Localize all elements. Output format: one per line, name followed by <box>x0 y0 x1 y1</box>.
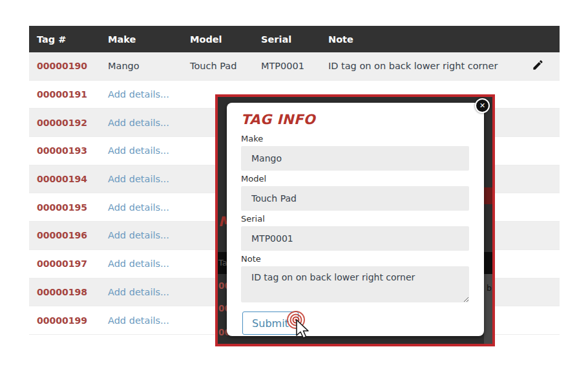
add-details-link[interactable]: Add details... <box>100 145 182 156</box>
add-details-link[interactable]: Add details... <box>100 259 182 269</box>
pencil-icon <box>532 59 544 73</box>
tag-info-modal-overlay: MY Tag 00 00 00 n b ✕ TAG INFO Make Mode… <box>215 94 495 346</box>
tag-number: 00000199 <box>29 315 100 326</box>
column-header-make: Make <box>100 34 182 45</box>
close-icon: ✕ <box>479 102 485 109</box>
column-header-note: Note <box>320 34 516 45</box>
column-header-tag: Tag # <box>29 34 100 45</box>
add-details-link[interactable]: Add details... <box>100 230 182 240</box>
add-details-link[interactable]: Add details... <box>100 89 182 100</box>
serial-field[interactable] <box>241 226 469 251</box>
serial-label: Serial <box>241 214 469 224</box>
table-row: 00000190 Mango Touch Pad MTP0001 ID tag … <box>29 52 560 81</box>
tag-number: 00000192 <box>29 118 100 128</box>
column-header-model: Model <box>182 34 253 45</box>
tag-number: 00000194 <box>29 174 100 184</box>
note-label: Note <box>241 254 469 264</box>
note-field[interactable]: ID tag on on back lower right corner <box>241 266 469 302</box>
note-value: ID tag on on back lower right corner <box>320 61 516 71</box>
add-details-link[interactable]: Add details... <box>100 118 182 128</box>
dimmed-background-fragment <box>484 187 492 204</box>
model-value: Touch Pad <box>182 61 253 71</box>
page: Tag # Make Model Serial Note 00000190 Ma… <box>0 0 588 380</box>
dialog-title: TAG INFO <box>241 112 469 127</box>
make-label: Make <box>241 134 469 143</box>
model-label: Model <box>241 174 469 184</box>
table-header-row: Tag # Make Model Serial Note <box>29 26 560 52</box>
add-details-link[interactable]: Add details... <box>100 287 182 297</box>
tag-info-dialog: ✕ TAG INFO Make Model Serial Note ID tag… <box>227 103 484 336</box>
column-header-serial: Serial <box>253 34 320 45</box>
make-value: Mango <box>100 61 182 71</box>
edit-row-button[interactable] <box>516 59 560 73</box>
add-details-link[interactable]: Add details... <box>100 315 182 326</box>
tag-number: 00000193 <box>29 145 100 156</box>
close-button[interactable]: ✕ <box>475 98 490 113</box>
tag-number: 00000197 <box>29 259 100 269</box>
serial-value: MTP0001 <box>253 61 320 71</box>
model-field[interactable] <box>241 186 469 211</box>
make-field[interactable] <box>241 146 469 171</box>
tag-number: 00000191 <box>29 89 100 100</box>
submit-button[interactable]: Submit <box>242 311 299 335</box>
tag-number: 00000195 <box>29 202 100 213</box>
add-details-link[interactable]: Add details... <box>100 202 182 213</box>
add-details-link[interactable]: Add details... <box>100 174 182 184</box>
tag-number: 00000196 <box>29 230 100 240</box>
tag-number: 00000190 <box>29 61 100 71</box>
tag-number: 00000198 <box>29 287 100 297</box>
dimmed-background-fragment <box>484 274 492 344</box>
